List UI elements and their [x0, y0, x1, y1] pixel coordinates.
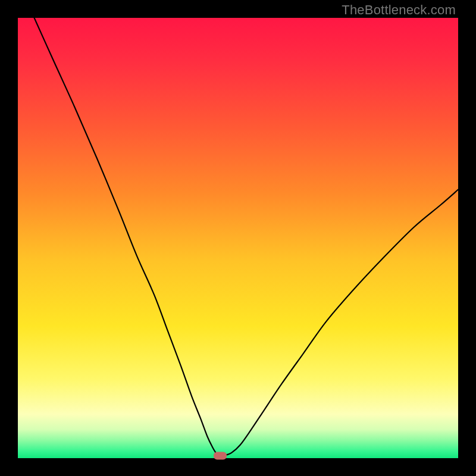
chart-frame	[18, 18, 458, 458]
optimal-point-marker	[214, 452, 227, 459]
gradient-background	[18, 18, 458, 458]
bottleneck-chart	[18, 18, 458, 458]
watermark-text: TheBottleneck.com	[342, 2, 456, 18]
